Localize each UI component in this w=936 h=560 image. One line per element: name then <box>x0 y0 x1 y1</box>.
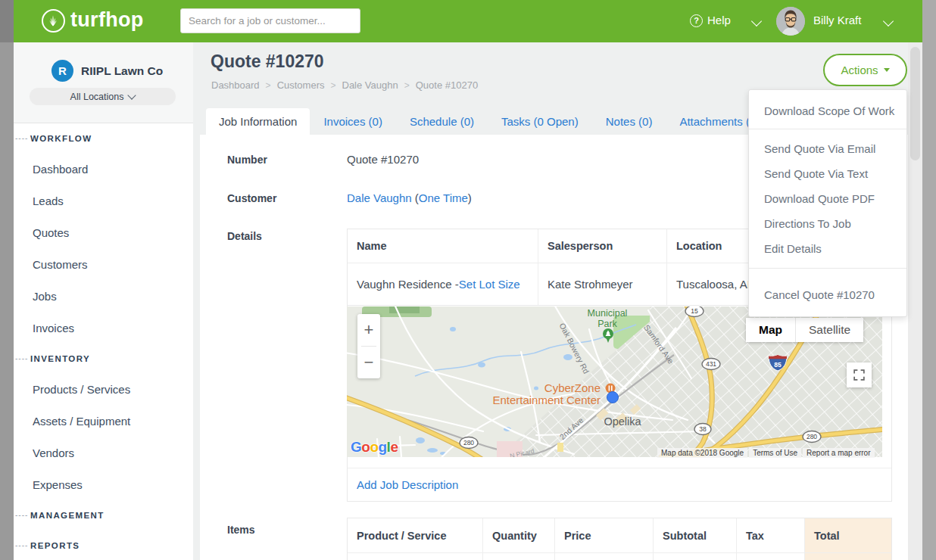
sidebar-section-reports[interactable]: REPORTS <box>30 541 80 550</box>
tab-tasks[interactable]: Tasks (0 Open) <box>488 108 592 135</box>
svg-text:85: 85 <box>774 361 782 369</box>
user-menu[interactable]: Billy Kraft <box>813 14 861 26</box>
menu-item-download-scope[interactable]: Download Scope Of Work <box>749 95 906 129</box>
breadcrumb-dashboard[interactable]: Dashboard <box>211 79 260 91</box>
location-filter-button[interactable]: All Locations <box>30 88 176 105</box>
actions-button[interactable]: Actions <box>823 54 907 86</box>
breadcrumb-customers[interactable]: Customers <box>277 79 325 91</box>
sidebar-item-dashboard[interactable]: Dashboard <box>33 163 88 176</box>
tab-schedule[interactable]: Schedule (0) <box>396 108 488 135</box>
sidebar-item-vendors[interactable]: Vendors <box>33 446 74 459</box>
items-label: Items <box>227 524 255 536</box>
map-label-park: Park <box>597 319 617 329</box>
tab-notes[interactable]: Notes (0) <box>592 108 666 135</box>
map-label-opelika: Opelika <box>604 415 641 428</box>
breadcrumb-separator: > <box>266 80 271 91</box>
customer-link[interactable]: Dale Vaughn <box>347 191 412 204</box>
tab-job-information[interactable]: Job Information <box>206 108 310 135</box>
job-location-marker[interactable] <box>607 392 619 403</box>
section-dashes-icon: ---- <box>15 134 28 142</box>
items-header-tax: Tax <box>737 518 805 553</box>
customer-type-link[interactable]: One Time <box>419 191 468 204</box>
items-header-product-service: Product / Service <box>348 518 483 553</box>
breadcrumb-separator: > <box>330 80 335 91</box>
user-avatar[interactable] <box>776 7 805 36</box>
route-shield-280-right: 280 <box>803 431 821 443</box>
terms-of-use-link[interactable]: Terms of Use <box>749 448 801 458</box>
turfhop-grass-icon[interactable] <box>42 9 65 33</box>
sidebar-section-workflow: WORKFLOW <box>30 134 92 143</box>
description-row: Add Job Description <box>348 468 891 501</box>
svg-text:280: 280 <box>807 433 817 440</box>
help-icon: ? <box>690 14 703 27</box>
sidebar-item-products-services[interactable]: Products / Services <box>33 383 130 396</box>
menu-item-send-quote-email[interactable]: Send Quote Via Email <box>749 136 906 161</box>
tab-invoices[interactable]: Invoices (0) <box>310 108 396 135</box>
customer-label: Customer <box>227 192 276 204</box>
menu-item-send-quote-text[interactable]: Send Quote Via Text <box>749 161 906 186</box>
report-map-error-link[interactable]: Report a map error <box>803 448 874 458</box>
items-header-subtotal: Subtotal <box>654 518 737 553</box>
app-window: turfhop ? Help Billy Kraft R RIIPL Lawn … <box>0 0 936 560</box>
menu-item-edit-details[interactable]: Edit Details <box>749 236 906 261</box>
sidebar-item-expenses[interactable]: Expenses <box>33 478 83 491</box>
sidebar-company-block <box>14 42 193 123</box>
help-menu[interactable]: Help <box>707 14 731 26</box>
zoom-out-button[interactable]: − <box>357 347 380 378</box>
paren-open: ( <box>412 191 419 204</box>
menu-divider <box>749 129 906 129</box>
route-shield-280-left: 280 <box>460 437 478 449</box>
scrollbar-thumb[interactable] <box>910 47 920 160</box>
sidebar-item-jobs[interactable]: Jobs <box>33 290 57 303</box>
items-header-total: Total <box>805 518 891 553</box>
menu-item-download-quote-pdf[interactable]: Download Quote PDF <box>749 186 906 211</box>
details-header-name: Name <box>348 229 538 263</box>
satellite-view-button[interactable]: Satellite <box>795 318 863 342</box>
route-shield-15: 15 <box>685 306 704 317</box>
company-name: RIIPL Lawn Co <box>81 64 163 78</box>
sidebar-item-leads[interactable]: Leads <box>33 194 64 207</box>
map-label-cyberzone: CyberZone <box>544 381 601 394</box>
sidebar-item-quotes[interactable]: Quotes <box>33 226 69 239</box>
sidebar-section-inventory: INVENTORY <box>30 354 90 363</box>
zoom-in-button[interactable]: + <box>357 314 380 346</box>
job-name-text: Vaughn Residence - <box>357 278 459 291</box>
map-data-credit: Map data ©2018 Google <box>657 448 747 458</box>
global-search-input[interactable] <box>180 8 360 33</box>
items-header-row: Product / Service Quantity Price Subtota… <box>348 518 891 553</box>
breadcrumb: Dashboard > Customers > Dale Vaughn > Qu… <box>211 79 478 91</box>
details-name-cell: Vaughn Residence - Set Lot Size <box>348 263 538 305</box>
items-empty-row <box>348 553 891 560</box>
breadcrumb-current: Quote #10270 <box>416 79 478 91</box>
map-label-municipal: Municipal <box>588 308 628 319</box>
actions-dropdown-menu: Download Scope Of Work Send Quote Via Em… <box>748 89 907 317</box>
paren-close: ) <box>468 191 472 204</box>
details-salesperson-cell: Kate Strohmeyer <box>538 263 667 305</box>
details-label: Details <box>227 230 262 242</box>
company-logo: R <box>51 60 73 82</box>
sidebar-item-assets-equipment[interactable]: Assets / Equipment <box>33 415 130 428</box>
svg-text:431: 431 <box>706 360 716 368</box>
set-lot-size-link[interactable]: Set Lot Size <box>459 278 520 291</box>
section-dashes-icon: ---- <box>15 541 28 549</box>
map-zoom-control: + − <box>357 314 380 378</box>
customer-value: Dale Vaughn (One Time) <box>347 191 472 204</box>
breadcrumb-dale-vaughn[interactable]: Dale Vaughn <box>342 79 398 91</box>
route-shield-431: 431 <box>702 359 720 370</box>
map-view-button[interactable]: Map <box>746 318 795 342</box>
tab-bar: Job Information Invoices (0) Schedule (0… <box>200 108 773 135</box>
window-edge-right <box>922 0 936 560</box>
google-logo[interactable]: Google <box>351 439 398 456</box>
sidebar-section-management[interactable]: MANAGEMENT <box>30 511 105 520</box>
page-title: Quote #10270 <box>211 51 324 72</box>
add-job-description-link[interactable]: Add Job Description <box>357 478 458 491</box>
window-edge-left <box>0 0 14 560</box>
number-value: Quote #10270 <box>347 153 419 166</box>
location-filter-label: All Locations <box>70 92 124 102</box>
menu-item-cancel-quote[interactable]: Cancel Quote #10270 <box>749 275 906 307</box>
sidebar-item-invoices[interactable]: Invoices <box>33 322 74 334</box>
fullscreen-button[interactable] <box>847 362 872 387</box>
sidebar-item-customers[interactable]: Customers <box>33 258 88 271</box>
section-dashes-icon: ---- <box>15 511 28 519</box>
menu-item-directions-to-job[interactable]: Directions To Job <box>749 211 906 236</box>
